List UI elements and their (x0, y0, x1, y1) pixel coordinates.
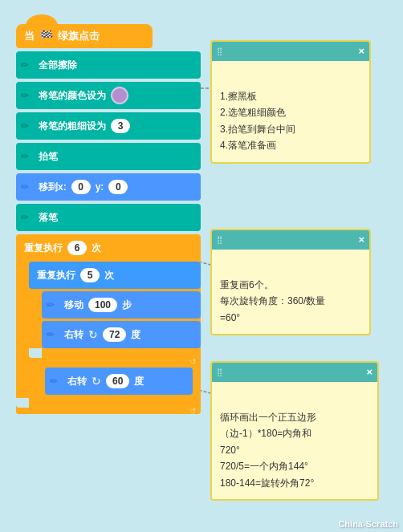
note2-line1: 重复画6个。 (220, 277, 350, 293)
repeat5-tail: ↺ (29, 358, 201, 364)
repeat5-outer: 重复执行 5 次 ✏ 移动 100 步 (29, 262, 201, 364)
move-block[interactable]: ✏ 移动 100 步 (42, 291, 201, 319)
repeat5-count[interactable]: 5 (80, 268, 100, 282)
close-note3[interactable]: × (366, 364, 372, 381)
y-label: y: (96, 181, 104, 193)
note3-header[interactable]: ⣿ × (212, 363, 377, 382)
right60-count[interactable]: 60 (106, 374, 129, 388)
drag-icon-note3: ⣿ (217, 366, 222, 379)
inner-blocks: ✏ 移动 100 步 ✏ 右转 ↻ 72 度 (42, 291, 201, 348)
y-input[interactable]: 0 (108, 180, 128, 194)
flag-icon: 🏁 (39, 30, 53, 43)
note1-line2: 2.选笔粗细颜色 (220, 104, 350, 120)
x-input[interactable]: 0 (71, 180, 91, 194)
repeat5-header[interactable]: 重复执行 5 次 (29, 262, 201, 289)
right72-unit: 度 (131, 328, 140, 342)
note3-line1: 循环画出一个正五边形 (220, 409, 358, 425)
repeat6-foot (16, 398, 201, 408)
color-picker[interactable] (111, 87, 128, 104)
note2-line2: 每次旋转角度：360/数量 (220, 293, 350, 309)
note3-line2: （边-1）*180=内角和 (220, 425, 358, 441)
edit-icon-clear: ✏ (21, 59, 29, 71)
note3-line3: 720° (220, 442, 358, 458)
goto-block[interactable]: ✏ 移到x: 0 y: 0 (16, 173, 201, 201)
set-size-block[interactable]: ✏ 将笔的粗细设为 3 (16, 112, 201, 140)
repeat5-foot (29, 348, 201, 358)
set-color-label: 将笔的颜色设为 (39, 89, 106, 103)
edit-icon-color: ✏ (21, 90, 29, 101)
pen-up-block[interactable]: ✏ 抬笔 (16, 143, 201, 170)
clear-block[interactable]: ✏ 全部擦除 (16, 51, 201, 79)
note3-line4: 720/5=一个内角144° (220, 458, 358, 474)
repeat6-label: 重复执行 (24, 242, 63, 255)
note2-header[interactable]: ⣿ × (212, 230, 369, 250)
pen-down-label: 落笔 (39, 211, 58, 225)
goto-label: 移到x: (39, 181, 67, 194)
move-count[interactable]: 100 (88, 298, 117, 312)
when-label: 当 (24, 29, 35, 43)
close-note1[interactable]: × (358, 43, 364, 60)
note2: ⣿ × 重复画6个。 每次旋转角度：360/数量 =60° (210, 229, 371, 335)
right72-block[interactable]: ✏ 右转 ↻ 72 度 (42, 321, 201, 348)
move-label: 移动 (64, 298, 83, 312)
rotate72-icon: ↻ (88, 328, 98, 341)
repeat6-header[interactable]: 重复执行 6 次 (16, 234, 201, 262)
note2-content: 重复画6个。 每次旋转角度：360/数量 =60° (220, 277, 350, 326)
note3-content: 循环画出一个正五边形 （边-1）*180=内角和 720° 720/5=一个内角… (220, 409, 358, 491)
right72-count[interactable]: 72 (103, 327, 126, 342)
right60-unit: 度 (134, 375, 144, 388)
edit-icon-right60: ✏ (50, 376, 58, 387)
set-color-block[interactable]: ✏ 将笔的颜色设为 (16, 82, 201, 109)
close-note2[interactable]: × (358, 232, 364, 249)
flag-click-label: 绿旗点击 (58, 29, 100, 43)
note1-header[interactable]: ⣿ × (212, 42, 369, 61)
edit-icon-goto: ✏ (21, 181, 29, 193)
note1-content: 1.擦黑板 2.选笔粗细颜色 3.抬笔到舞台中间 4.落笔准备画 (220, 88, 350, 154)
note1-line3: 3.抬笔到舞台中间 (220, 121, 350, 137)
repeat5-unit: 次 (104, 269, 114, 282)
note3-line5: 180-144=旋转外角72° (220, 475, 358, 491)
edit-icon-size: ✏ (21, 120, 29, 132)
edit-icon-right72: ✏ (47, 329, 55, 340)
pen-up-label: 抬笔 (39, 150, 58, 164)
clear-label: 全部擦除 (39, 59, 77, 72)
pen-down-block[interactable]: ✏ 落笔 (16, 204, 201, 231)
repeat6-tail: ↺ (16, 408, 201, 414)
move-unit: 步 (122, 298, 132, 312)
note1-line1: 1.擦黑板 (220, 88, 350, 104)
blocks-area: 当 🏁 绿旗点击 ✏ 全部擦除 ✏ 将笔的颜色设为 ✏ 将笔的粗细设为 3 ✏ … (16, 24, 201, 414)
hat-block[interactable]: 当 🏁 绿旗点击 (16, 24, 153, 48)
note2-line3: =60° (220, 310, 350, 326)
drag-icon-note1: ⣿ (217, 45, 222, 58)
drag-icon-note2: ⣿ (217, 234, 222, 246)
set-size-label: 将笔的粗细设为 (39, 120, 106, 133)
note1: ⣿ × 1.擦黑板 2.选笔粗细颜色 3.抬笔到舞台中间 4.落笔准备画 (210, 40, 371, 164)
right60-label: 右转 (67, 375, 87, 388)
repeat6-unit: 次 (92, 242, 101, 255)
right60-block[interactable]: ✏ 右转 ↻ 60 度 (45, 368, 193, 395)
right72-label: 右转 (64, 328, 83, 342)
watermark: China-Scratch (338, 519, 398, 529)
edit-icon-penup: ✏ (21, 151, 29, 162)
size-input[interactable]: 3 (111, 119, 130, 133)
edit-icon-move: ✏ (47, 299, 55, 311)
main-container: 当 🏁 绿旗点击 ✏ 全部擦除 ✏ 将笔的颜色设为 ✏ 将笔的粗细设为 3 ✏ … (0, 0, 403, 532)
note1-line4: 4.落笔准备画 (220, 137, 350, 153)
edit-icon-pendown: ✏ (21, 212, 29, 223)
note3: ⣿ × 循环画出一个正五边形 （边-1）*180=内角和 720° 720/5=… (210, 361, 379, 501)
repeat6-outer: 重复执行 6 次 重复执行 5 次 ✏ 移动 (16, 234, 201, 414)
rotate60-icon: ↻ (92, 375, 101, 388)
repeat5-container: 重复执行 5 次 ✏ 移动 100 步 (29, 262, 201, 364)
right60-container: ✏ 右转 ↻ 60 度 (16, 368, 201, 398)
repeat5-label: 重复执行 (37, 269, 75, 282)
repeat6-count[interactable]: 6 (67, 241, 87, 255)
